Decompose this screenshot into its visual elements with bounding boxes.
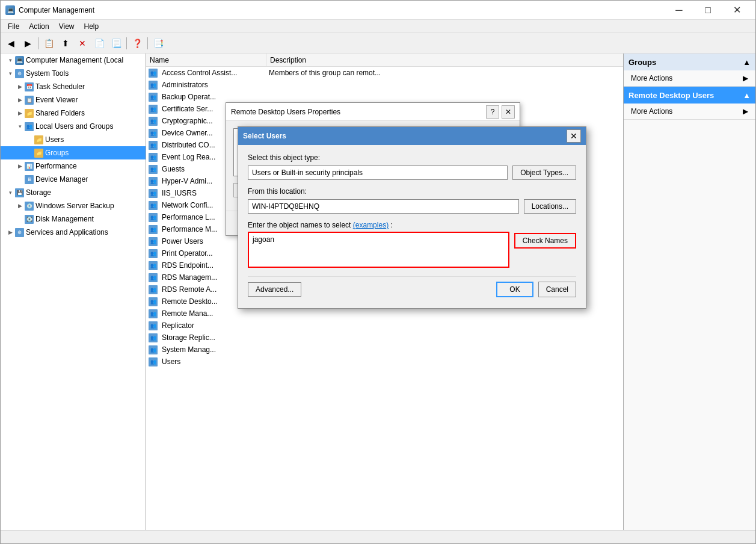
su-object-type-label: Select this object type: bbox=[248, 153, 576, 162]
select-users-dialog: Select Users ✕ Select this object type: … bbox=[238, 126, 586, 309]
su-dialog-title: Select Users bbox=[243, 132, 286, 140]
rdp-title-bar: Remote Desktop Users Properties ? ✕ bbox=[226, 103, 520, 121]
su-object-type-row: Object Types... bbox=[248, 165, 576, 180]
su-locations-button[interactable]: Locations... bbox=[524, 199, 576, 214]
su-body: Select this object type: Object Types...… bbox=[238, 145, 586, 308]
su-object-types-button[interactable]: Object Types... bbox=[512, 165, 576, 180]
su-location-input[interactable] bbox=[248, 199, 519, 214]
su-enter-names-label: Enter the object names to select (exampl… bbox=[248, 221, 576, 229]
su-names-row: jagoan Check Names bbox=[248, 232, 576, 268]
rdp-title-buttons: ? ✕ bbox=[486, 105, 515, 119]
su-close-button[interactable]: ✕ bbox=[567, 129, 581, 143]
su-object-type-input[interactable] bbox=[248, 165, 508, 180]
rdp-help-btn[interactable]: ? bbox=[486, 105, 499, 119]
rdp-close-btn[interactable]: ✕ bbox=[502, 105, 515, 119]
su-check-names-button[interactable]: Check Names bbox=[514, 233, 576, 249]
su-location-label: From this location: bbox=[248, 187, 576, 196]
su-enter-names-text: Enter the object names to select bbox=[248, 221, 351, 229]
su-enter-colon: : bbox=[390, 221, 392, 229]
su-cancel-button[interactable]: Cancel bbox=[538, 282, 576, 297]
su-advanced-button[interactable]: Advanced... bbox=[248, 282, 301, 297]
rdp-dialog-title: Remote Desktop Users Properties bbox=[231, 108, 340, 116]
su-footer: Advanced... OK Cancel bbox=[248, 276, 576, 300]
su-names-textarea[interactable]: jagoan bbox=[248, 232, 509, 268]
su-location-row: Locations... bbox=[248, 199, 576, 214]
su-footer-right: OK Cancel bbox=[496, 282, 576, 297]
dialog-overlay: Remote Desktop Users Properties ? ✕ Add.… bbox=[0, 0, 756, 544]
su-examples-link[interactable]: (examples) bbox=[353, 221, 389, 229]
su-ok-button[interactable]: OK bbox=[496, 282, 533, 297]
su-title-bar: Select Users ✕ bbox=[238, 127, 586, 145]
